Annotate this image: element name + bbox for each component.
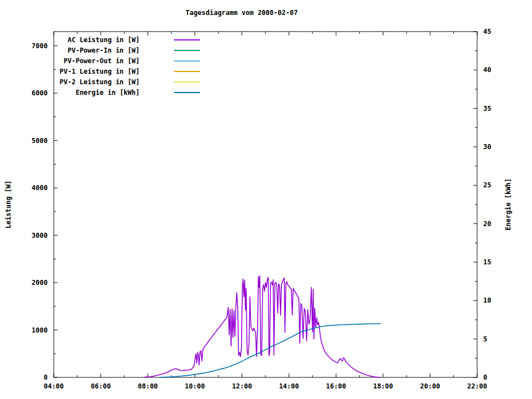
y2-tick-label: 35: [483, 105, 491, 112]
y-tick-label: 7000: [32, 42, 48, 50]
y2-tick-label: 30: [483, 143, 491, 151]
y2-tick-label: 45: [483, 28, 491, 35]
series-line-0: [144, 276, 381, 377]
legend-color-sample: [174, 39, 200, 40]
legend-item: PV-Power-Out in [W]: [54, 55, 200, 66]
chart-page: Tagesdiagramm vom 2008-02-07 Leistung [W…: [0, 0, 532, 399]
legend-label: PV-Power-Out in [W]: [54, 57, 140, 65]
y-tick-label: 4000: [32, 184, 48, 192]
y2-tick-label: 40: [483, 66, 491, 74]
legend-label: AC Leistung in [W]: [54, 36, 140, 44]
x-tick-label: 10:00: [185, 382, 205, 390]
y2-tick-label: 0: [483, 374, 487, 381]
x-tick-label: 08:00: [138, 382, 158, 390]
legend-color-sample: [174, 81, 200, 83]
x-tick-label: 18:00: [373, 382, 393, 390]
y-tick-label: 6000: [32, 89, 48, 97]
legend-item: Energie in [kWh]: [54, 87, 200, 98]
legend-label: PV-1 Leistung in [W]: [54, 68, 140, 75]
y-tick-label: 5000: [32, 137, 48, 145]
legend-item: PV-Power-In in [W]: [54, 45, 200, 55]
y2-tick-label: 10: [483, 296, 491, 304]
y-tick-label: 2000: [32, 279, 48, 287]
y2-tick-label: 20: [483, 220, 491, 228]
x-tick-label: 04:00: [44, 382, 64, 390]
legend-color-sample: [174, 50, 200, 51]
legend-color-sample: [174, 92, 200, 93]
x-tick-label: 20:00: [420, 382, 440, 390]
x-tick-label: 06:00: [91, 382, 111, 390]
y-tick-label: 3000: [32, 232, 48, 239]
legend-color-sample: [174, 60, 200, 62]
y2-tick-label: 25: [483, 181, 491, 189]
legend-color-sample: [174, 71, 200, 72]
x-tick-label: 12:00: [232, 382, 252, 390]
legend-label: PV-2 Leistung in [W]: [54, 78, 140, 86]
y2-tick-label: 5: [483, 335, 487, 343]
x-tick-label: 22:00: [467, 382, 487, 390]
legend-label: PV-Power-In in [W]: [54, 47, 140, 54]
y2-tick-label: 15: [483, 258, 491, 266]
legend: AC Leistung in [W]PV-Power-In in [W]PV-P…: [54, 34, 200, 98]
x-tick-label: 16:00: [326, 382, 346, 390]
legend-item: PV-2 Leistung in [W]: [54, 76, 200, 87]
legend-item: AC Leistung in [W]: [54, 34, 200, 45]
x-tick-label: 14:00: [279, 382, 299, 390]
legend-item: PV-1 Leistung in [W]: [54, 66, 200, 76]
legend-label: Energie in [kWh]: [54, 89, 140, 96]
y-tick-label: 1000: [32, 326, 48, 334]
y-tick-label: 0: [44, 374, 48, 381]
